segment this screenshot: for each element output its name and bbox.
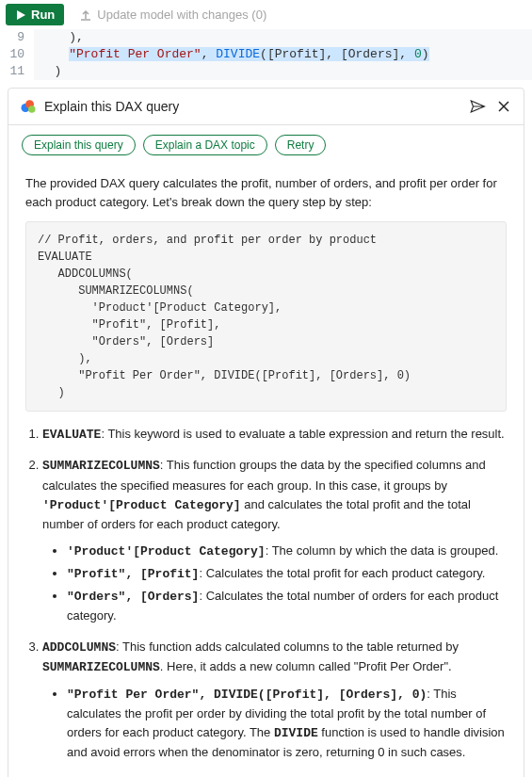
code-line[interactable]: "Profit Per Order", DIVIDE([Profit], [Or… [34,46,532,63]
line-number: 10 [0,46,34,63]
line-number: 11 [0,63,34,80]
code-sample: // Profit, orders, and profit per order … [25,221,507,412]
code-line[interactable]: ) [34,63,532,80]
code-editor[interactable]: 9 ), 10 "Profit Per Order", DIVIDE([Prof… [0,29,532,80]
suggestion-pills: Explain this query Explain a DAX topic R… [8,125,524,165]
upload-icon [79,8,92,22]
editor-toolbar: Run Update model with changes (0) [0,0,532,29]
explanation-list: EVALUATE: This keyword is used to evalua… [25,425,507,762]
panel-title: Explain this DAX query [44,99,459,114]
update-button: Update model with changes (0) [70,4,276,25]
list-item: ADDCOLUMNS: This function adds calculate… [42,638,507,763]
close-icon [497,100,510,113]
pill-explain-topic[interactable]: Explain a DAX topic [143,135,267,155]
copilot-icon [20,98,37,115]
play-icon [15,9,26,21]
update-label: Update model with changes (0) [97,8,266,22]
copilot-panel: Explain this DAX query Explain this quer… [8,88,524,777]
svg-point-2 [28,105,36,113]
panel-header: Explain this DAX query [8,89,524,125]
close-button[interactable] [495,98,512,115]
list-item: SUMMARIZECOLUMNS: This function groups t… [42,456,507,625]
run-label: Run [31,8,55,22]
summary-intro: In summary, this DAX query returns a tab… [25,773,507,777]
pill-explain-query[interactable]: Explain this query [22,135,136,155]
list-item: EVALUATE: This keyword is used to evalua… [42,425,507,445]
send-icon [469,98,486,115]
code-line[interactable]: ), [34,29,532,46]
explanation-content: The provided DAX query calculates the pr… [8,165,524,777]
run-button[interactable]: Run [6,4,64,25]
send-button[interactable] [467,96,488,117]
line-number: 9 [0,29,34,46]
pill-retry[interactable]: Retry [275,135,327,155]
intro-text: The provided DAX query calculates the pr… [25,174,507,212]
